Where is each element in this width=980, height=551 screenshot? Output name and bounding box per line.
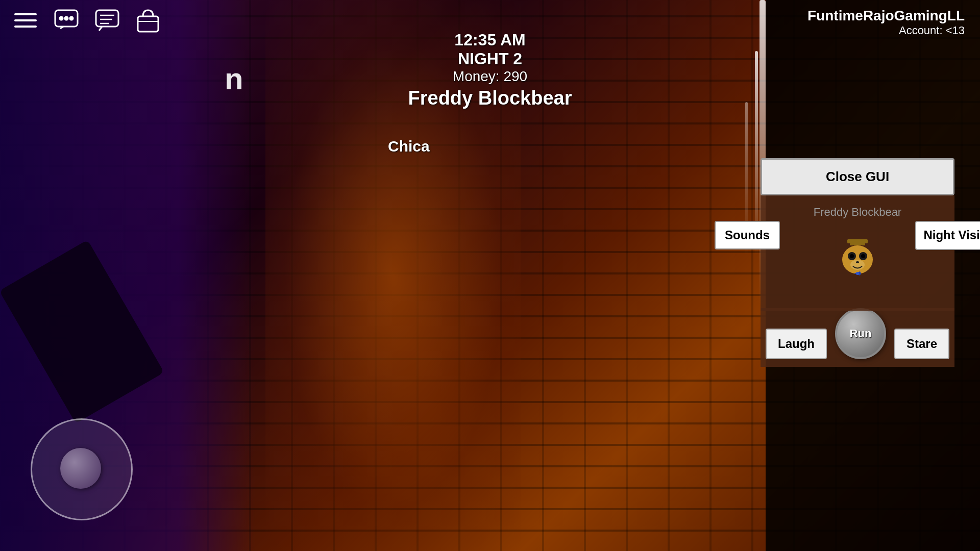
svg-point-5 xyxy=(60,17,63,20)
sounds-button[interactable]: Sounds xyxy=(715,221,780,249)
bag-icon[interactable] xyxy=(133,5,163,36)
svg-point-26 xyxy=(856,272,859,275)
game-container: n xyxy=(0,0,980,551)
speech-bubble-icon[interactable] xyxy=(92,5,122,36)
partial-text: n xyxy=(225,61,243,96)
night-vision-button[interactable]: Night Vision xyxy=(915,221,980,250)
svg-rect-15 xyxy=(847,239,868,243)
svg-point-7 xyxy=(70,17,73,20)
joystick-container[interactable] xyxy=(31,418,133,520)
svg-rect-16 xyxy=(850,243,865,245)
chat-icon[interactable] xyxy=(51,5,82,36)
panel-title: Freddy Blockbear xyxy=(768,206,947,219)
money-display: Money: 290 xyxy=(408,68,572,85)
chica-label: Chica xyxy=(388,138,430,155)
action-buttons: Laugh Run Stare xyxy=(761,308,954,367)
run-button[interactable]: Run xyxy=(835,308,886,359)
entity-name: Freddy Blockbear xyxy=(408,87,572,109)
gui-panel: Close GUI Freddy Blockbear Sounds Night … xyxy=(761,158,954,367)
username: FuntimeRajoGamingLL xyxy=(807,8,965,24)
hamburger-menu-icon[interactable] xyxy=(10,5,41,36)
joystick-outer[interactable] xyxy=(31,418,133,520)
center-hud: 12:35 AM NIGHT 2 Money: 290 Freddy Block… xyxy=(408,31,572,109)
freddy-face-icon xyxy=(835,237,880,283)
close-gui-button[interactable]: Close GUI xyxy=(761,158,954,195)
svg-point-23 xyxy=(856,261,859,263)
night-number: NIGHT 2 xyxy=(408,49,572,68)
game-time: 12:35 AM xyxy=(408,31,572,49)
joystick-inner[interactable] xyxy=(60,448,101,489)
account-label: Account: <13 xyxy=(807,24,965,37)
svg-point-21 xyxy=(861,254,865,258)
stare-button[interactable]: Stare xyxy=(894,329,949,359)
svg-point-6 xyxy=(65,17,68,20)
laugh-button[interactable]: Laugh xyxy=(766,329,827,359)
svg-point-20 xyxy=(850,254,854,258)
svg-rect-13 xyxy=(138,16,158,32)
animatronic-panel: Freddy Blockbear Sounds Night Vision xyxy=(761,195,954,311)
user-info: FuntimeRajoGamingLL Account: <13 xyxy=(807,8,965,37)
